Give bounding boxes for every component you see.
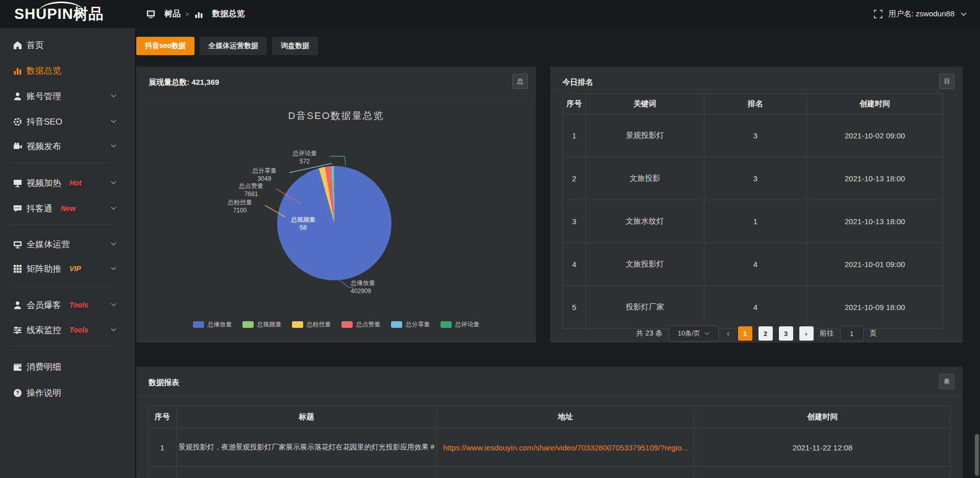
legend-item[interactable]: 总粉丝量 <box>292 320 331 329</box>
impressions-total: 展现量总数: 421,369 <box>149 78 219 87</box>
table-row: 1景观投影灯32021-10-02 09:00 <box>563 114 943 157</box>
chevron-down-icon <box>111 328 116 332</box>
gear-icon <box>13 117 22 127</box>
fullscreen-icon[interactable] <box>874 10 883 18</box>
sliders-icon <box>13 325 22 335</box>
wallet-icon <box>13 362 22 372</box>
prev-page-button[interactable]: ‹ <box>725 328 732 339</box>
page-size-select[interactable]: 10条/页 <box>669 325 719 342</box>
legend-item[interactable]: 总点赞量 <box>341 320 381 329</box>
sidebar-item-label: 数据总览 <box>27 65 61 77</box>
tab-media-ops[interactable]: 全媒体运营数据 <box>200 37 267 55</box>
table-header-row: 序号 标题 地址 创建时间 <box>149 406 951 428</box>
table-view-button[interactable]: 表 <box>939 374 954 389</box>
dashboard-screen: SHUPIN树品 树品 > 数据总览 用户名: zswodun88 <box>0 0 980 478</box>
legend-swatch <box>193 321 204 328</box>
chevron-down-icon <box>111 267 116 271</box>
sidebar-item-data-overview[interactable]: 数据总览 <box>0 64 135 77</box>
sidebar-divider <box>9 346 111 346</box>
sidebar-item-consumption[interactable]: 消费明细 <box>0 360 135 373</box>
total-count: 共 23 条 <box>636 329 662 338</box>
sidebar-item-douyin-seo[interactable]: 抖音SEO <box>0 115 135 128</box>
col-keyword: 关键词 <box>586 93 704 114</box>
header-right: 用户名: zswodun88 <box>874 0 967 28</box>
tools-badge: Tools <box>69 326 88 334</box>
sidebar-divider <box>9 224 111 225</box>
video-link[interactable]: https://www.iesdouyin.com/share/video/70… <box>437 428 695 467</box>
sidebar-item-help[interactable]: ? 操作说明 <box>0 386 135 399</box>
new-badge: New <box>61 204 76 212</box>
legend-item[interactable]: 总评论量 <box>440 320 480 329</box>
legend-item[interactable]: 总播放量 <box>193 320 232 329</box>
member-icon <box>13 300 22 310</box>
col-url: 地址 <box>437 406 695 428</box>
report-table: 序号 标题 地址 创建时间 1 景观投影灯，夜游景观投影灯厂家展示展示落花灯在花… <box>148 405 951 478</box>
sidebar-item-matrix-boost[interactable]: 矩阵助推 VIP <box>0 262 135 275</box>
sidebar-item-video-heat[interactable]: 视频加热 Hot <box>0 176 135 189</box>
col-title: 标题 <box>177 406 437 428</box>
chevron-down-icon <box>704 332 709 336</box>
vertical-scrollbar[interactable] <box>975 434 979 476</box>
chevron-down-icon <box>111 181 116 185</box>
sidebar-item-label: 线索监控 <box>27 324 61 336</box>
sidebar-item-member-burst[interactable]: 会员爆客 Tools <box>0 298 135 312</box>
legend-item[interactable]: 总视频量 <box>242 320 282 329</box>
next-page-button[interactable]: › <box>799 326 814 341</box>
legend-swatch <box>440 321 452 328</box>
ranking-table: 序号 关键词 排名 创建时间 1景观投影灯32021-10-02 09:00 2… <box>562 93 943 329</box>
col-rank: 排名 <box>704 93 807 114</box>
col-created: 创建时间 <box>695 406 951 428</box>
app-window-icon <box>146 9 156 19</box>
help-icon: ? <box>13 388 22 398</box>
grid-icon <box>13 264 22 274</box>
sidebar-item-media-ops[interactable]: 全媒体运营 <box>0 237 135 251</box>
top-bar: SHUPIN树品 树品 > 数据总览 用户名: zswodun88 <box>0 0 980 29</box>
sidebar-item-doketong[interactable]: 抖客通 New <box>0 202 135 215</box>
tab-douyin-seo[interactable]: 抖音seo数据 <box>136 37 194 55</box>
chat-icon <box>13 204 22 213</box>
ranking-title: 今日排名 <box>562 78 593 87</box>
chevron-down-icon <box>111 119 116 124</box>
col-created: 创建时间 <box>807 93 943 114</box>
hot-badge: Hot <box>69 179 81 187</box>
page-button-1[interactable]: 1 <box>738 326 752 341</box>
chart-legend: 总播放量 总视频量 总粉丝量 总点赞量 总分享量 总评论量 <box>136 320 536 329</box>
video-camera-icon <box>13 141 22 151</box>
col-index: 序号 <box>149 406 177 428</box>
sidebar-divider <box>9 162 111 163</box>
pie-label-plays: 总播放量402909 <box>351 279 407 295</box>
screen-icon <box>13 178 22 188</box>
sidebar-item-label: 视频发布 <box>27 140 61 152</box>
sidebar-item-account[interactable]: 账号管理 <box>0 89 135 103</box>
breadcrumb-root[interactable]: 树品 <box>164 9 181 19</box>
daily-view-button[interactable]: 日 <box>939 74 954 89</box>
col-index: 序号 <box>563 93 586 114</box>
sidebar-divider <box>9 286 111 286</box>
page-button-2[interactable]: 2 <box>758 326 773 341</box>
chevron-down-icon[interactable] <box>961 12 967 16</box>
sidebar-item-video-publish[interactable]: 视频发布 <box>0 139 135 153</box>
pagination: 共 23 条 10条/页 ‹ 1 2 3 › 前往 页 <box>550 325 963 342</box>
page-button-3[interactable]: 3 <box>779 326 793 341</box>
sidebar-item-label: 操作说明 <box>27 387 61 399</box>
chevron-down-icon <box>111 303 116 307</box>
data-tabs: 抖音seo数据 全媒体运营数据 询盘数据 <box>136 37 318 55</box>
pie-label-comments: 总评论量572 <box>282 149 328 165</box>
goto-page-input[interactable] <box>840 326 864 341</box>
total-view-button[interactable]: 总 <box>512 74 528 89</box>
tab-inquiry[interactable]: 询盘数据 <box>272 37 318 55</box>
sidebar-item-lead-monitor[interactable]: 线索监控 Tools <box>0 323 135 337</box>
table-row: 2文旅投影32021-10-13 18:00 <box>563 157 943 200</box>
pie-label-fans: 总粉丝量7100 <box>217 198 263 214</box>
divider <box>136 396 963 397</box>
legend-item[interactable]: 总分享量 <box>391 320 430 329</box>
chevron-down-icon <box>111 206 116 210</box>
sidebar-item-home[interactable]: 首页 <box>0 38 135 52</box>
vip-badge: VIP <box>69 265 81 273</box>
monitor-icon <box>13 240 22 249</box>
table-header-row: 序号 关键词 排名 创建时间 <box>563 93 943 114</box>
sidebar-item-label: 抖音SEO <box>27 116 62 128</box>
username[interactable]: 用户名: zswodun88 <box>889 9 954 19</box>
breadcrumb-separator: > <box>185 10 189 18</box>
pie-label-videos: 总视频量58 <box>280 216 326 232</box>
